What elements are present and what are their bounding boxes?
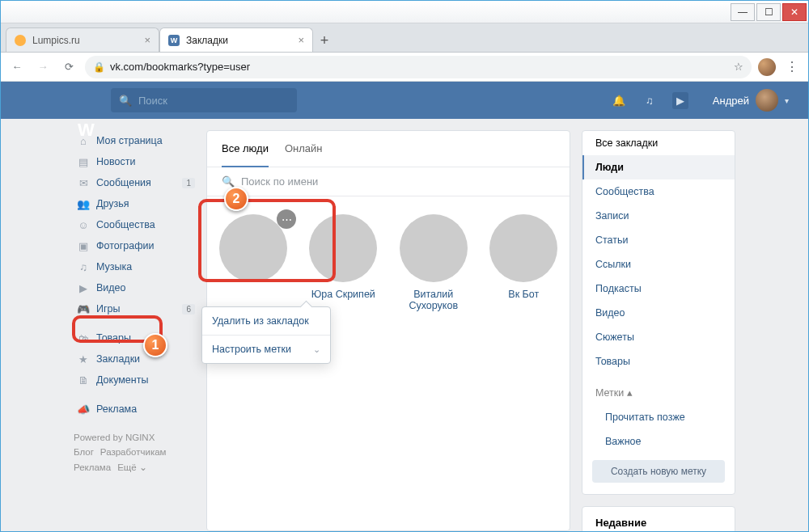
sidebar-label: Друзья: [96, 198, 129, 209]
back-button[interactable]: ←: [7, 57, 27, 77]
home-icon: ⌂: [77, 135, 90, 147]
menu-label: Удалить из закладок: [212, 315, 309, 327]
tag-item[interactable]: Важное: [582, 429, 735, 454]
person-name: Вк Бот: [486, 289, 562, 300]
forward-button[interactable]: →: [33, 57, 53, 77]
filter-articles[interactable]: Статьи: [582, 228, 735, 252]
sidebar-label: Моя страница: [96, 135, 163, 146]
video-icon: ▶: [77, 282, 90, 294]
avatar: [489, 214, 557, 282]
avatar: [756, 89, 778, 112]
market-icon: 🛍: [77, 332, 90, 344]
reload-button[interactable]: ⟳: [59, 57, 78, 77]
person-card[interactable]: ⋯: [215, 214, 291, 311]
vk-user-menu[interactable]: Андрей ▾: [713, 89, 789, 112]
filter-products[interactable]: Товары: [582, 349, 735, 374]
person-name: Юра Скрипей: [306, 289, 382, 300]
sidebar: ⌂Моя страница ▤Новости ✉Сообщения1 👥Друз…: [74, 130, 195, 531]
badge-count: 1: [182, 178, 195, 188]
vk-header: W 🔍 Поиск 🔔 ♫ ▶ Андрей ▾: [1, 82, 808, 119]
avatar: [309, 214, 377, 282]
footer-link[interactable]: Реклама: [74, 462, 111, 472]
footer-link[interactable]: Разработчикам: [100, 447, 167, 457]
filter-links[interactable]: Ссылки: [582, 252, 735, 277]
person-card[interactable]: Виталий Сухоруков: [396, 214, 472, 311]
avatar: [219, 214, 287, 282]
main-tabs: Все люди Онлайн: [207, 131, 570, 167]
tab-title: Lumpics.ru: [32, 35, 80, 46]
browser-tab[interactable]: Lumpics.ru ×: [6, 27, 159, 52]
filter-communities[interactable]: Сообщества: [582, 179, 735, 204]
sidebar-item-bookmarks[interactable]: ★Закладки: [74, 348, 195, 369]
filter-video[interactable]: Видео: [582, 301, 735, 325]
url-text: vk.com/bookmarks?type=user: [110, 61, 250, 73]
notifications-icon[interactable]: 🔔: [611, 95, 627, 107]
search-placeholder: Поиск по имени: [241, 175, 318, 188]
sidebar-item-profile[interactable]: ⌂Моя страница: [74, 130, 195, 151]
bookmark-star-icon[interactable]: ☆: [734, 61, 743, 73]
star-icon: ★: [77, 353, 90, 365]
filter-posts[interactable]: Записи: [582, 204, 735, 228]
sidebar-label: Видео: [96, 282, 126, 293]
footer-link[interactable]: Ещё ⌄: [117, 462, 147, 472]
sidebar-item-ads[interactable]: 📣Реклама: [74, 399, 195, 420]
sidebar-label: Сообщества: [96, 219, 155, 230]
tab-close-icon[interactable]: ×: [298, 34, 304, 46]
tab-online[interactable]: Онлайн: [285, 131, 323, 167]
filter-podcasts[interactable]: Подкасты: [582, 277, 735, 301]
configure-tags-item[interactable]: Настроить метки⌄: [202, 335, 330, 363]
sidebar-item-market[interactable]: 🛍Товары: [74, 327, 195, 348]
music-nav-icon: ♫: [77, 261, 90, 273]
sidebar-item-games[interactable]: 🎮Игры6: [74, 298, 195, 319]
filter-stories[interactable]: Сюжеты: [582, 325, 735, 349]
window-titlebar: — ☐ ✕: [1, 1, 808, 23]
filter-people[interactable]: Люди: [582, 155, 735, 179]
sidebar-label: Закладки: [96, 353, 140, 365]
messages-icon: ✉: [77, 177, 90, 189]
tab-title: Закладки: [186, 35, 228, 46]
browser-menu-button[interactable]: ⋮: [782, 57, 802, 77]
tag-item[interactable]: Прочитать позже: [582, 405, 735, 429]
favicon-icon: [15, 35, 26, 46]
username: Андрей: [713, 95, 749, 107]
sidebar-label: Фотографии: [96, 240, 154, 251]
window-close-button[interactable]: ✕: [782, 3, 807, 21]
sidebar-item-documents[interactable]: 🗎Документы: [74, 369, 195, 391]
tab-close-icon[interactable]: ×: [144, 34, 150, 46]
sidebar-item-news[interactable]: ▤Новости: [74, 151, 195, 172]
tab-all-people[interactable]: Все люди: [222, 131, 269, 167]
footer-link[interactable]: Блог: [74, 447, 94, 457]
new-tab-button[interactable]: +: [313, 29, 336, 52]
filter-all-bookmarks[interactable]: Все закладки: [582, 131, 735, 155]
browser-profile-avatar[interactable]: [758, 58, 776, 76]
vk-search-input[interactable]: 🔍 Поиск: [111, 88, 297, 112]
sidebar-item-video[interactable]: ▶Видео: [74, 277, 195, 298]
sidebar-item-photos[interactable]: ▣Фотографии: [74, 235, 195, 256]
badge-count: 6: [182, 304, 195, 315]
people-search-input[interactable]: 🔍 Поиск по имени: [207, 167, 570, 196]
person-card[interactable]: Вк Бот: [486, 214, 562, 311]
sidebar-label: Новости: [96, 156, 135, 167]
sidebar-label: Игры: [96, 303, 120, 315]
browser-tabstrip: Lumpics.ru × W Закладки × +: [1, 23, 808, 53]
annotation-number-1: 1: [143, 333, 167, 357]
person-options-button[interactable]: ⋯: [277, 209, 296, 229]
remove-from-bookmarks-item[interactable]: Удалить из закладок: [202, 307, 330, 335]
window-maximize-button[interactable]: ☐: [756, 3, 781, 21]
sidebar-item-friends[interactable]: 👥Друзья: [74, 193, 195, 214]
address-bar[interactable]: 🔒 vk.com/bookmarks?type=user ☆: [85, 56, 752, 78]
window-minimize-button[interactable]: —: [731, 3, 755, 21]
music-icon[interactable]: ♫: [642, 95, 658, 107]
ads-icon: 📣: [77, 403, 90, 416]
sidebar-item-messages[interactable]: ✉Сообщения1: [74, 172, 195, 193]
tags-header[interactable]: Метки▴: [582, 380, 735, 405]
annotation-number-2: 2: [224, 187, 248, 211]
create-tag-button[interactable]: Создать новую метку: [592, 460, 725, 483]
sidebar-item-groups[interactable]: ☺Сообщества: [74, 214, 195, 235]
person-card[interactable]: Юра Скрипей: [306, 214, 382, 311]
browser-toolbar: ← → ⟳ 🔒 vk.com/bookmarks?type=user ☆ ⋮: [1, 53, 808, 82]
chevron-down-icon: ⌄: [313, 344, 320, 355]
sidebar-item-music[interactable]: ♫Музыка: [74, 256, 195, 277]
browser-tab[interactable]: W Закладки ×: [159, 27, 313, 52]
player-icon[interactable]: ▶: [672, 92, 688, 109]
